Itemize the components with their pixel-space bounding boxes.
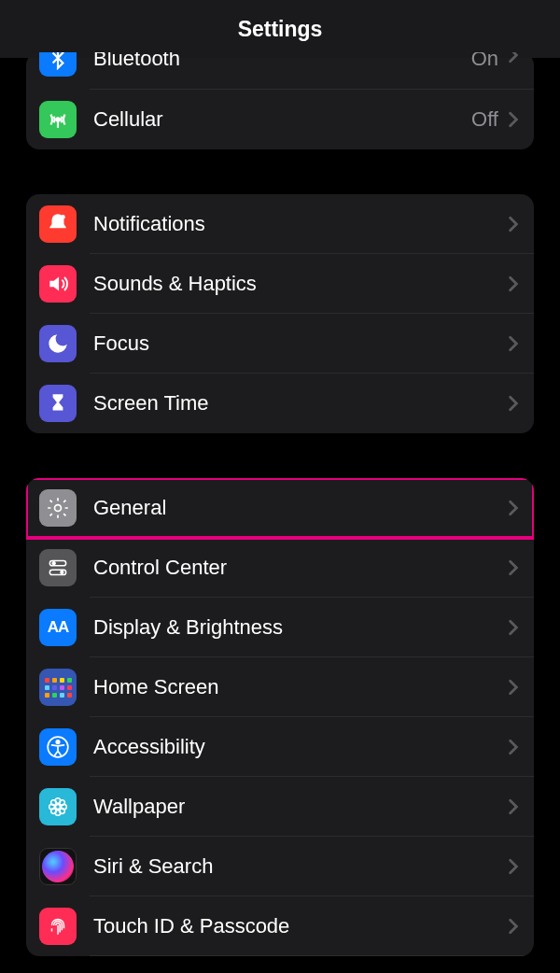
chevron-right-icon bbox=[508, 395, 519, 412]
group-connectivity: Bluetooth On Cellular Off bbox=[26, 52, 534, 149]
speaker-icon bbox=[39, 265, 77, 303]
row-label: Display & Brightness bbox=[93, 615, 508, 640]
page-title: Settings bbox=[238, 17, 323, 42]
chevron-right-icon bbox=[508, 52, 519, 63]
moon-icon bbox=[39, 325, 77, 362]
toggles-icon bbox=[39, 549, 77, 586]
hourglass-icon bbox=[39, 385, 77, 422]
text-size-icon: AA bbox=[39, 609, 77, 646]
settings-list: Bluetooth On Cellular Off Notifications bbox=[0, 52, 560, 956]
row-label: Sounds & Haptics bbox=[93, 272, 508, 296]
siri-icon bbox=[39, 848, 77, 885]
antenna-icon bbox=[39, 101, 77, 138]
chevron-right-icon bbox=[508, 739, 519, 755]
row-cellular[interactable]: Cellular Off bbox=[26, 90, 534, 149]
chevron-right-icon bbox=[508, 500, 519, 516]
row-label: Screen Time bbox=[93, 391, 508, 416]
accessibility-icon bbox=[39, 728, 77, 766]
row-label: Touch ID & Passcode bbox=[93, 914, 508, 938]
gear-icon bbox=[39, 489, 77, 527]
group-general: General Control Center AA Display & Brig… bbox=[26, 478, 534, 956]
row-siri-search[interactable]: Siri & Search bbox=[26, 837, 534, 896]
svg-point-5 bbox=[52, 561, 56, 565]
row-wallpaper[interactable]: Wallpaper bbox=[26, 777, 534, 837]
group-notifications: Notifications Sounds & Haptics Focus Scr… bbox=[26, 194, 534, 433]
chevron-right-icon bbox=[508, 275, 519, 292]
fingerprint-icon bbox=[39, 908, 77, 945]
row-label: Focus bbox=[93, 331, 508, 356]
chevron-right-icon bbox=[508, 559, 519, 576]
row-screen-time[interactable]: Screen Time bbox=[26, 374, 534, 433]
chevron-right-icon bbox=[508, 858, 519, 875]
row-bluetooth[interactable]: Bluetooth On bbox=[26, 52, 534, 90]
chevron-right-icon bbox=[508, 619, 519, 636]
bell-icon bbox=[39, 205, 77, 243]
svg-point-7 bbox=[60, 571, 63, 574]
row-focus[interactable]: Focus bbox=[26, 314, 534, 374]
row-control-center[interactable]: Control Center bbox=[26, 538, 534, 598]
row-label: Control Center bbox=[93, 556, 508, 580]
row-label: Cellular bbox=[93, 107, 471, 132]
chevron-right-icon bbox=[508, 216, 519, 233]
svg-point-10 bbox=[56, 805, 61, 810]
chevron-right-icon bbox=[508, 335, 519, 352]
svg-point-3 bbox=[55, 505, 62, 512]
row-label: Accessibility bbox=[93, 735, 508, 759]
row-label: Home Screen bbox=[93, 675, 508, 699]
bluetooth-icon bbox=[39, 52, 77, 77]
row-label: Wallpaper bbox=[93, 795, 508, 819]
row-display-brightness[interactable]: AA Display & Brightness bbox=[26, 598, 534, 657]
svg-point-2 bbox=[61, 215, 65, 219]
row-value: On bbox=[471, 52, 498, 71]
row-label: General bbox=[93, 496, 508, 520]
chevron-right-icon bbox=[508, 111, 519, 128]
navbar: Settings bbox=[0, 0, 560, 58]
chevron-right-icon bbox=[508, 679, 519, 696]
row-label: Bluetooth bbox=[93, 52, 471, 71]
row-sounds-haptics[interactable]: Sounds & Haptics bbox=[26, 254, 534, 314]
chevron-right-icon bbox=[508, 798, 519, 815]
row-value: Off bbox=[471, 107, 498, 132]
apps-grid-icon bbox=[39, 669, 77, 706]
row-label: Siri & Search bbox=[93, 854, 508, 879]
row-notifications[interactable]: Notifications bbox=[26, 194, 534, 254]
svg-point-9 bbox=[56, 740, 59, 743]
row-general[interactable]: General bbox=[26, 478, 534, 538]
row-home-screen[interactable]: Home Screen bbox=[26, 657, 534, 717]
flower-icon bbox=[39, 788, 77, 825]
row-accessibility[interactable]: Accessibility bbox=[26, 717, 534, 777]
row-label: Notifications bbox=[93, 212, 508, 236]
row-touchid-passcode[interactable]: Touch ID & Passcode bbox=[26, 896, 534, 956]
chevron-right-icon bbox=[508, 918, 519, 935]
